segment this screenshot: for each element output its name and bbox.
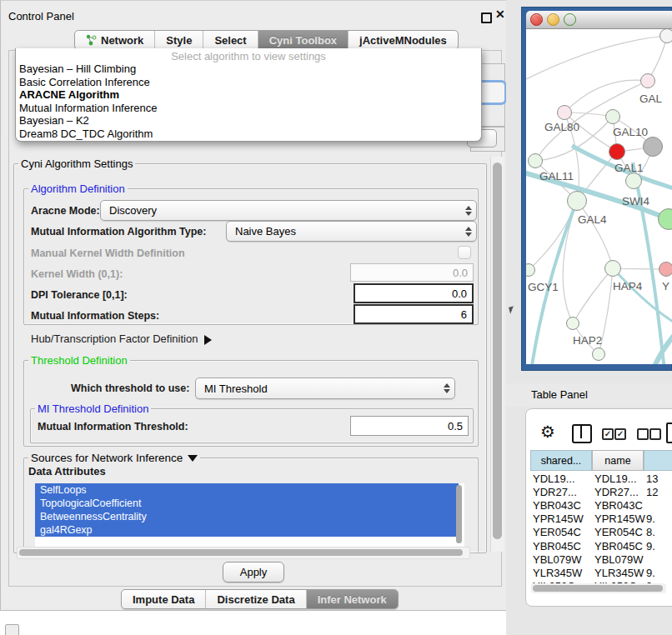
which-threshold-select[interactable]: MI Threshold xyxy=(195,378,455,399)
hscroll-thumb[interactable] xyxy=(19,549,463,556)
tab-style-label: Style xyxy=(166,34,192,47)
bottom-tabbar: Impute Data Discretize Data Infer Networ… xyxy=(121,589,399,609)
tab-style[interactable]: Style xyxy=(155,31,203,49)
deselect-all-checkbox-icon[interactable] xyxy=(637,428,649,440)
data-attribute-item[interactable]: gal4RGexp xyxy=(35,523,459,537)
sources-section-toggle[interactable]: Sources for Network Inference xyxy=(28,452,200,463)
tab-select[interactable]: Select xyxy=(203,31,258,49)
network-node[interactable] xyxy=(609,143,625,160)
table-row[interactable]: YBR045CYBR045C9. xyxy=(530,539,672,552)
network-node[interactable] xyxy=(640,73,655,88)
network-node[interactable] xyxy=(659,262,672,277)
export-table-icon[interactable] xyxy=(666,422,672,443)
mi-threshold-label: Mutual Information Threshold: xyxy=(38,421,188,432)
table-horizontal-scrollbar[interactable] xyxy=(531,583,666,593)
table-hscroll-thumb[interactable] xyxy=(533,585,663,592)
algorithm-option[interactable]: Bayesian – Hill Climbing xyxy=(16,62,481,76)
expanded-arrow-icon xyxy=(188,455,198,462)
settings-horizontal-scrollbar[interactable] xyxy=(17,547,470,559)
select-all-checkbox-icon[interactable]: ✓ xyxy=(602,428,614,440)
hub-section-toggle[interactable]: Hub/Transcription Factor Definition xyxy=(31,332,212,345)
table-row[interactable]: YBL079WYBL079W xyxy=(530,552,672,566)
aracne-mode-select[interactable]: Discovery xyxy=(100,200,477,221)
table-row[interactable]: YBR043CYBR043C xyxy=(530,498,672,512)
algorithm-option[interactable]: Dream8 DC_TDC Algorithm xyxy=(16,128,481,141)
table-cell: 9. xyxy=(646,512,671,525)
kernel-width-field: 0.0 xyxy=(350,263,474,282)
table-cell: YBR045C xyxy=(530,540,594,552)
data-attribute-item[interactable]: SelfLoops xyxy=(35,483,459,497)
table-cell: YBL079W xyxy=(594,553,646,566)
bottom-left-partial-icon xyxy=(5,624,19,635)
table-panel-title: Table Panel xyxy=(531,388,588,401)
network-node[interactable] xyxy=(605,109,620,124)
network-node[interactable] xyxy=(528,153,543,168)
tab-discretize-data[interactable]: Discretize Data xyxy=(206,590,306,608)
column-header-partial[interactable] xyxy=(644,450,672,471)
network-window-titlebar[interactable] xyxy=(526,11,672,29)
attributes-scrollbar-thumb[interactable] xyxy=(456,485,462,543)
table-row[interactable]: YLR345WYLR345W9. xyxy=(530,566,672,579)
network-node[interactable] xyxy=(604,260,621,277)
mi-threshold-field[interactable]: 0.5 xyxy=(350,416,469,436)
tab-jactivemnodules[interactable]: jActiveMNodules xyxy=(349,31,458,49)
column-header-name[interactable]: name xyxy=(592,450,644,471)
float-window-icon[interactable] xyxy=(481,12,492,23)
table-row[interactable]: YDL19...YDL19...13 xyxy=(530,472,672,485)
table-row[interactable]: YER054CYER054C8. xyxy=(530,526,672,539)
settings-vertical-scrollbar[interactable] xyxy=(490,157,504,552)
deselect-all-checkbox-icon[interactable] xyxy=(649,428,661,440)
node-label: HAP4 xyxy=(613,280,642,292)
table-cell: YER054C xyxy=(594,526,646,538)
table-row[interactable]: YPR145WYPR145W9. xyxy=(530,512,672,526)
data-attributes-list[interactable]: SelfLoopsTopologicalCoefficientBetweenne… xyxy=(35,483,464,547)
close-traffic-light[interactable] xyxy=(530,13,543,26)
network-node[interactable] xyxy=(592,348,605,361)
zoom-traffic-light[interactable] xyxy=(564,13,576,26)
dpi-tolerance-field[interactable]: 0.0 xyxy=(354,283,474,303)
manual-kernel-label: Manual Kernel Width Definition xyxy=(31,248,185,259)
mi-steps-field[interactable]: 6 xyxy=(354,304,474,324)
minimize-traffic-light[interactable] xyxy=(547,13,559,26)
algorithm-option[interactable]: Bayesian – K2 xyxy=(16,114,481,128)
vscroll-thumb[interactable] xyxy=(493,162,502,539)
tab-network[interactable]: Network xyxy=(75,31,155,49)
table-cell: YBR043C xyxy=(594,499,646,512)
algorithm-option[interactable]: Mutual Information Inference xyxy=(16,102,481,115)
data-attribute-item[interactable]: BetweennessCentrality xyxy=(35,510,459,523)
algorithm-option[interactable]: Basic Correlation Inference xyxy=(16,76,481,89)
node-label: GAL4 xyxy=(578,213,607,226)
mi-steps-label: Mutual Information Steps: xyxy=(31,310,159,322)
table-cell: YPR145W xyxy=(594,512,646,525)
columns-icon[interactable] xyxy=(572,424,592,443)
network-node[interactable] xyxy=(659,29,672,43)
table-cell: YBL079W xyxy=(530,553,594,566)
node-label: GAL xyxy=(639,92,662,105)
apply-button[interactable]: Apply xyxy=(223,562,284,582)
network-canvas[interactable]: GALGAL80GAL10GAL1GAL11SWI4GAL4GCY1HAP4YH… xyxy=(526,29,672,364)
algorithm-option[interactable]: ARACNE Algorithm xyxy=(16,88,481,102)
close-icon[interactable]: ✕ xyxy=(495,8,505,21)
tab-impute-data[interactable]: Impute Data xyxy=(122,590,206,608)
table-cell: 12 xyxy=(646,486,671,498)
gear-icon[interactable]: ⚙ xyxy=(540,422,555,442)
select-all-checkbox-icon[interactable]: ✓ xyxy=(614,428,626,440)
network-node[interactable] xyxy=(643,137,663,157)
table-cell: YPR145W xyxy=(530,512,594,525)
table-cell: YDR27... xyxy=(530,486,594,498)
mi-type-select[interactable]: Naive Bayes xyxy=(226,221,477,242)
tab-cyni-toolbox[interactable]: Cyni Toolbox xyxy=(258,31,349,49)
node-label: HAP2 xyxy=(573,334,602,347)
tab-cyni-toolbox-label: Cyni Toolbox xyxy=(269,34,337,47)
table-row[interactable]: YDR27...YDR27...12 xyxy=(530,485,672,498)
manual-kernel-checkbox[interactable] xyxy=(458,246,471,259)
tab-infer-network[interactable]: Infer Network xyxy=(307,590,398,608)
network-node[interactable] xyxy=(557,105,572,120)
column-header-shared-name[interactable]: shared... xyxy=(530,450,592,471)
network-node[interactable] xyxy=(566,317,579,330)
data-attribute-item[interactable]: TopologicalCoefficient xyxy=(35,497,459,510)
table-body[interactable]: YDL19...YDL19...13YDR27...YDR27...12YBR0… xyxy=(530,472,672,588)
cyni-settings-group-label: Cyni Algorithm Settings xyxy=(18,158,135,169)
network-node[interactable] xyxy=(567,191,587,211)
network-node[interactable] xyxy=(625,172,642,189)
